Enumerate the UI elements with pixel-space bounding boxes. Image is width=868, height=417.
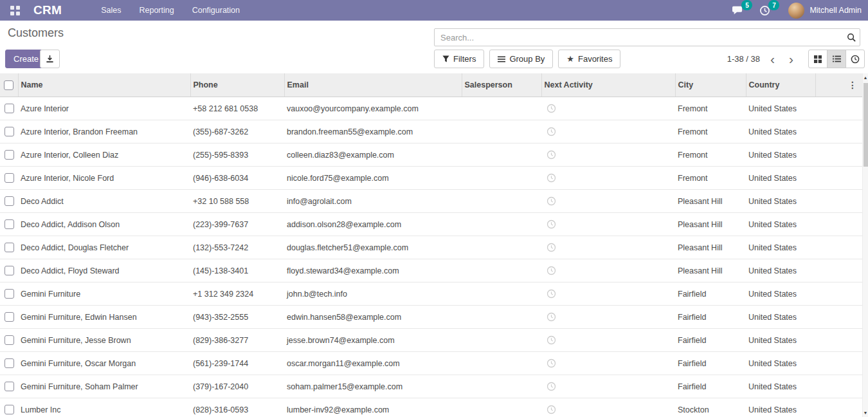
- cell-salesperson[interactable]: [462, 329, 541, 352]
- cell-email[interactable]: soham.palmer15@example.com: [284, 375, 462, 398]
- cell-city[interactable]: Pleasant Hill: [675, 259, 746, 283]
- cell-name[interactable]: Azure Interior, Brandon Freeman: [18, 120, 190, 144]
- row-checkbox[interactable]: [5, 104, 14, 113]
- cell-next-activity[interactable]: [541, 283, 675, 306]
- next-activity-clock-icon[interactable]: [547, 104, 556, 113]
- cell-phone[interactable]: (145)-138-3401: [190, 259, 284, 283]
- row-checkbox[interactable]: [5, 219, 14, 229]
- cell-phone[interactable]: (355)-687-3262: [190, 120, 284, 144]
- table-row[interactable]: Deco Addict, Douglas Fletcher(132)-553-7…: [0, 236, 862, 259]
- user-menu[interactable]: Mitchell Admin: [788, 3, 862, 19]
- cell-salesperson[interactable]: [462, 375, 541, 398]
- export-button[interactable]: [40, 50, 60, 68]
- cell-email[interactable]: colleen.diaz83@example.com: [284, 144, 462, 167]
- cell-name[interactable]: Gemini Furniture: [18, 283, 190, 306]
- column-header-next-activity[interactable]: Next Activity: [541, 73, 675, 97]
- cell-city[interactable]: Fairfield: [675, 375, 746, 398]
- table-row[interactable]: Gemini Furniture, Oscar Morgan(561)-239-…: [0, 352, 862, 375]
- cell-salesperson[interactable]: [462, 259, 541, 283]
- cell-country[interactable]: United States: [746, 283, 815, 306]
- cell-country[interactable]: United States: [746, 329, 815, 352]
- cell-name[interactable]: Gemini Furniture, Jesse Brown: [18, 329, 190, 352]
- cell-salesperson[interactable]: [462, 236, 541, 259]
- messages-button[interactable]: 5: [730, 3, 745, 17]
- table-row[interactable]: Deco Addict, Floyd Steward(145)-138-3401…: [0, 259, 862, 283]
- column-header-email[interactable]: Email: [284, 73, 462, 97]
- search-input[interactable]: [435, 33, 843, 42]
- row-checkbox-cell[interactable]: [0, 97, 18, 120]
- row-checkbox[interactable]: [5, 150, 14, 160]
- cell-country[interactable]: United States: [746, 120, 815, 144]
- cell-phone[interactable]: (561)-239-1744: [190, 352, 284, 375]
- cell-next-activity[interactable]: [541, 259, 675, 283]
- cell-next-activity[interactable]: [541, 167, 675, 190]
- cell-phone[interactable]: +32 10 588 558: [190, 190, 284, 213]
- cell-country[interactable]: United States: [746, 144, 815, 167]
- activity-view-button[interactable]: [845, 50, 865, 68]
- cell-next-activity[interactable]: [541, 306, 675, 329]
- cell-country[interactable]: United States: [746, 259, 815, 283]
- cell-country[interactable]: United States: [746, 398, 815, 417]
- table-row[interactable]: Gemini Furniture, Soham Palmer(379)-167-…: [0, 375, 862, 398]
- cell-country[interactable]: United States: [746, 375, 815, 398]
- cell-country[interactable]: United States: [746, 352, 815, 375]
- cell-salesperson[interactable]: [462, 352, 541, 375]
- cell-phone[interactable]: (828)-316-0593: [190, 398, 284, 417]
- cell-city[interactable]: Fairfield: [675, 352, 746, 375]
- cell-next-activity[interactable]: [541, 352, 675, 375]
- cell-name[interactable]: Azure Interior, Nicole Ford: [18, 167, 190, 190]
- next-activity-clock-icon[interactable]: [547, 382, 556, 391]
- cell-email[interactable]: douglas.fletcher51@example.com: [284, 236, 462, 259]
- cell-email[interactable]: oscar.morgan11@example.com: [284, 352, 462, 375]
- row-checkbox-cell[interactable]: [0, 144, 18, 167]
- cell-email[interactable]: john.b@tech.info: [284, 283, 462, 306]
- cell-next-activity[interactable]: [541, 144, 675, 167]
- row-checkbox-cell[interactable]: [0, 190, 18, 213]
- menu-configuration[interactable]: Configuration: [186, 0, 246, 21]
- menu-reporting[interactable]: Reporting: [133, 0, 179, 21]
- row-checkbox[interactable]: [5, 405, 14, 414]
- cell-salesperson[interactable]: [462, 144, 541, 167]
- column-header-salesperson[interactable]: Salesperson: [462, 73, 541, 97]
- row-checkbox-cell[interactable]: [0, 306, 18, 329]
- cell-salesperson[interactable]: [462, 97, 541, 120]
- table-row[interactable]: Gemini Furniture, Edwin Hansen(943)-352-…: [0, 306, 862, 329]
- cell-next-activity[interactable]: [541, 190, 675, 213]
- cell-phone[interactable]: (132)-553-7242: [190, 236, 284, 259]
- row-checkbox-cell[interactable]: [0, 213, 18, 236]
- optional-columns-toggle-icon[interactable]: ⋮: [848, 73, 860, 97]
- cell-salesperson[interactable]: [462, 213, 541, 236]
- cell-name[interactable]: Deco Addict, Addison Olson: [18, 213, 190, 236]
- table-row[interactable]: Lumber Inc(828)-316-0593lumber-inv92@exa…: [0, 398, 862, 417]
- row-checkbox[interactable]: [5, 266, 14, 275]
- filters-button[interactable]: Filters: [434, 50, 484, 68]
- cell-city[interactable]: Fairfield: [675, 306, 746, 329]
- cell-name[interactable]: Deco Addict, Douglas Fletcher: [18, 236, 190, 259]
- next-activity-clock-icon[interactable]: [547, 196, 556, 206]
- row-checkbox[interactable]: [5, 335, 14, 345]
- cell-country[interactable]: United States: [746, 190, 815, 213]
- cell-country[interactable]: United States: [746, 97, 815, 120]
- row-checkbox-cell[interactable]: [0, 259, 18, 283]
- row-checkbox[interactable]: [5, 196, 14, 206]
- cell-phone[interactable]: (943)-352-2555: [190, 306, 284, 329]
- scrollbar-thumb[interactable]: [863, 83, 868, 167]
- next-activity-clock-icon[interactable]: [547, 127, 556, 136]
- app-brand[interactable]: CRM: [33, 3, 62, 17]
- table-row[interactable]: Azure Interior+58 212 681 0538vauxoo@you…: [0, 97, 862, 120]
- cell-city[interactable]: Fremont: [675, 120, 746, 144]
- row-checkbox-cell[interactable]: [0, 375, 18, 398]
- row-checkbox[interactable]: [5, 173, 14, 183]
- cell-country[interactable]: United States: [746, 306, 815, 329]
- cell-salesperson[interactable]: [462, 190, 541, 213]
- cell-phone[interactable]: (223)-399-7637: [190, 213, 284, 236]
- row-checkbox[interactable]: [5, 312, 14, 322]
- scrollbar-up-icon[interactable]: ▲: [863, 75, 868, 80]
- search-icon[interactable]: [843, 33, 860, 42]
- cell-city[interactable]: Fairfield: [675, 283, 746, 306]
- next-activity-clock-icon[interactable]: [547, 312, 556, 322]
- column-header-phone[interactable]: Phone: [190, 73, 284, 97]
- scrollbar-down-icon[interactable]: ▼: [863, 411, 868, 415]
- table-row[interactable]: Gemini Furniture, Jesse Brown(829)-386-3…: [0, 329, 862, 352]
- cell-email[interactable]: info@agrolait.com: [284, 190, 462, 213]
